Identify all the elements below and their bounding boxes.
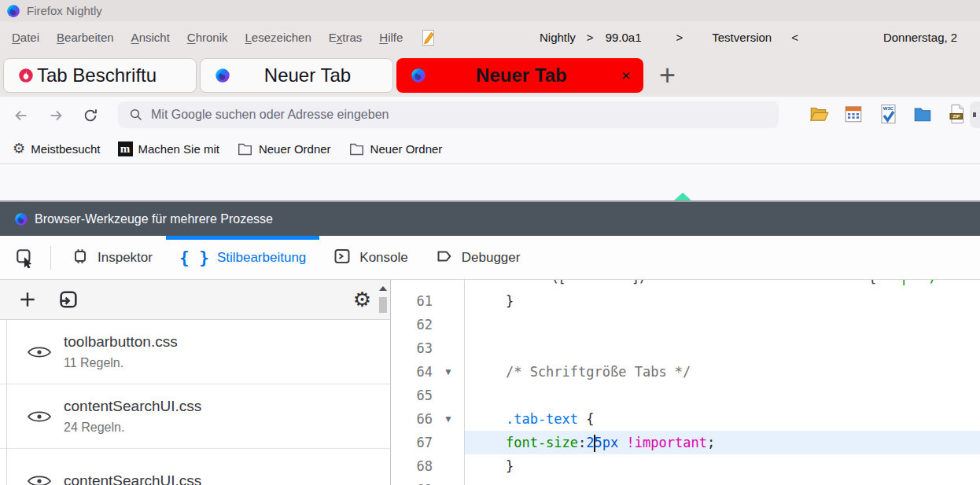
stylesheet-item[interactable]: contentSearchUI.css24 Regeln. bbox=[0, 384, 390, 449]
devtools-tab-label: Stilbearbeitung bbox=[217, 250, 306, 266]
stylesheet-item[interactable]: contentSearchUI.css bbox=[0, 449, 390, 485]
firefox-icon bbox=[14, 212, 28, 226]
new-tab-button[interactable]: + bbox=[656, 61, 679, 90]
folder-outline-icon bbox=[348, 141, 365, 156]
sidebar-scrollbar[interactable] bbox=[378, 283, 389, 485]
menu-item-hilfe[interactable]: Hilfe bbox=[374, 28, 408, 47]
style-editor-sidebar: ⚙ toolbarbutton.css11 Regeln.contentSear… bbox=[0, 280, 391, 485]
code-content: } bbox=[464, 454, 980, 478]
menubar-status: Nightly>99.0a1>Testversion<Donnerstag, 2 bbox=[540, 21, 957, 53]
code-content bbox=[464, 384, 980, 407]
notes-pencil-icon[interactable] bbox=[419, 28, 437, 47]
devtools-tab-konsole[interactable]: Konsole bbox=[319, 236, 421, 279]
code-line: 64▼ /* Schriftgröße Tabs */ bbox=[391, 360, 980, 384]
browser-tab[interactable]: Neuer Tab× bbox=[396, 58, 643, 93]
blue-folder-icon bbox=[912, 104, 933, 127]
stylesheet-rule-count: 24 Regeln. bbox=[64, 421, 201, 435]
bookmark-item[interactable]: ⚙Meistbesucht bbox=[13, 141, 101, 156]
browser-tab[interactable]: Neuer Tab bbox=[200, 58, 393, 93]
tab-label: Neuer Tab bbox=[230, 62, 385, 89]
picker-icon bbox=[15, 248, 35, 268]
line-number: 61 bbox=[391, 289, 433, 313]
code-line: 65 bbox=[391, 384, 980, 407]
firefox-window: Firefox Nightly DateiBearbeitenAnsichtCh… bbox=[0, 0, 980, 485]
menubar-status-segment: Nightly bbox=[540, 31, 576, 44]
menu-item-extras[interactable]: Extras bbox=[323, 28, 368, 47]
code-line: 63 bbox=[391, 336, 980, 360]
back-icon bbox=[13, 107, 30, 124]
inspector-icon bbox=[71, 247, 90, 269]
bookmark-label: Neuer Ordner bbox=[370, 142, 443, 156]
element-picker-button[interactable] bbox=[6, 241, 44, 275]
code-line: 68 } bbox=[391, 454, 980, 478]
devtools-panel: Browser-Werkzeuge für mehrere Prozesse I… bbox=[0, 200, 980, 485]
url-bar[interactable]: Mit Google suchen oder Adresse eingeben bbox=[118, 101, 779, 128]
import-stylesheet-button[interactable] bbox=[55, 286, 82, 313]
fold-arrow-icon[interactable]: ▼ bbox=[433, 407, 464, 431]
bookmark-item[interactable]: Neuer Ordner bbox=[348, 141, 443, 156]
menubar-status-segment: 99.0a1 bbox=[606, 31, 642, 44]
devtools-tab-debugger[interactable]: Debugger bbox=[422, 236, 534, 279]
devtools-tab-row: Inspektor{ }StilbearbeitungKonsoleDebugg… bbox=[0, 236, 980, 280]
w3c-validator-button[interactable]: W3C bbox=[876, 104, 900, 127]
back-button[interactable] bbox=[8, 102, 35, 129]
line-number: 67 bbox=[391, 431, 433, 454]
urlbar-placeholder: Mit Google suchen oder Adresse eingeben bbox=[151, 108, 389, 122]
title-bar: Firefox Nightly bbox=[0, 0, 980, 21]
devtools-title-bar: Browser-Werkzeuge für mehrere Prozesse bbox=[0, 202, 980, 236]
scroll-up-arrow-icon[interactable] bbox=[379, 286, 387, 291]
code-line: 66▼ .tab-text { bbox=[391, 407, 980, 431]
stylesheet-meta: contentSearchUI.css bbox=[64, 472, 201, 485]
code-editor[interactable]: \[]/{|/ 61 }626364▼ /* Schriftgröße Tabs… bbox=[391, 280, 980, 485]
stylesheet-meta: toolbarbutton.css11 Regeln. bbox=[64, 333, 178, 370]
style-editor-toolbar: ⚙ bbox=[0, 280, 390, 320]
menubar-status-segment: Donnerstag, 2 bbox=[883, 31, 957, 44]
calendar-icon bbox=[843, 104, 864, 127]
new-stylesheet-button[interactable] bbox=[14, 286, 41, 313]
visibility-eye-icon[interactable] bbox=[26, 407, 53, 426]
bookmark-label: Meistbesucht bbox=[31, 142, 100, 156]
calendar-button[interactable] bbox=[842, 104, 865, 127]
menu-item-lesezeichen[interactable]: Lesezeichen bbox=[240, 28, 317, 47]
fold-gutter bbox=[433, 431, 464, 454]
devtools-tab-label: Inspektor bbox=[98, 250, 153, 266]
reload-button[interactable] bbox=[77, 102, 104, 129]
blue-folder-button[interactable] bbox=[911, 104, 934, 127]
clipped-toolbar-button[interactable] bbox=[970, 101, 980, 128]
stylesheet-item[interactable]: toolbarbutton.css11 Regeln. bbox=[0, 320, 390, 384]
visibility-eye-icon[interactable] bbox=[26, 343, 53, 362]
code-content: font-size:25px !important; bbox=[464, 431, 980, 454]
folder-outline-icon bbox=[237, 141, 253, 156]
code-content bbox=[464, 478, 980, 485]
forward-button[interactable] bbox=[42, 102, 69, 129]
scrollbar-thumb[interactable] bbox=[379, 297, 387, 313]
tab-close-icon[interactable]: × bbox=[617, 66, 636, 85]
bookmark-item[interactable]: mMachen Sie mit bbox=[118, 141, 219, 156]
menu-item-datei[interactable]: Datei bbox=[6, 28, 45, 47]
browser-tab[interactable]: Tab Beschriftu bbox=[3, 58, 197, 93]
visibility-eye-icon[interactable] bbox=[26, 472, 53, 485]
fold-arrow-icon[interactable]: ▼ bbox=[433, 360, 464, 384]
stylesheet-name: contentSearchUI.css bbox=[64, 398, 201, 415]
clipped-glyph: { bbox=[868, 280, 876, 285]
code-content: .tab-text { bbox=[464, 407, 980, 431]
bookmark-label: Neuer Ordner bbox=[259, 142, 331, 156]
zip-file-button[interactable]: ZIP bbox=[945, 104, 969, 127]
menubar-status-segment: > bbox=[587, 31, 594, 44]
line-number: 69 bbox=[391, 478, 433, 485]
gear-icon: ⚙ bbox=[13, 141, 25, 156]
open-folder-button[interactable] bbox=[807, 104, 831, 127]
menu-item-bearbeiten[interactable]: Bearbeiten bbox=[51, 28, 120, 47]
debugger-icon bbox=[435, 247, 454, 269]
reload-icon bbox=[82, 107, 99, 124]
options-gear-icon[interactable]: ⚙ bbox=[353, 289, 371, 310]
window-title: Firefox Nightly bbox=[27, 4, 102, 17]
bookmark-item[interactable]: Neuer Ordner bbox=[237, 141, 331, 156]
zip-file-icon: ZIP bbox=[948, 104, 967, 127]
menu-item-ansicht[interactable]: Ansicht bbox=[126, 28, 175, 47]
devtools-tab-stilbearbeitung[interactable]: { }Stilbearbeitung bbox=[166, 236, 319, 279]
code-content: /* Schriftgröße Tabs */ bbox=[464, 360, 980, 384]
forward-icon bbox=[47, 107, 64, 124]
menu-item-chronik[interactable]: Chronik bbox=[182, 28, 234, 47]
devtools-tab-inspektor[interactable]: Inspektor bbox=[57, 236, 166, 279]
